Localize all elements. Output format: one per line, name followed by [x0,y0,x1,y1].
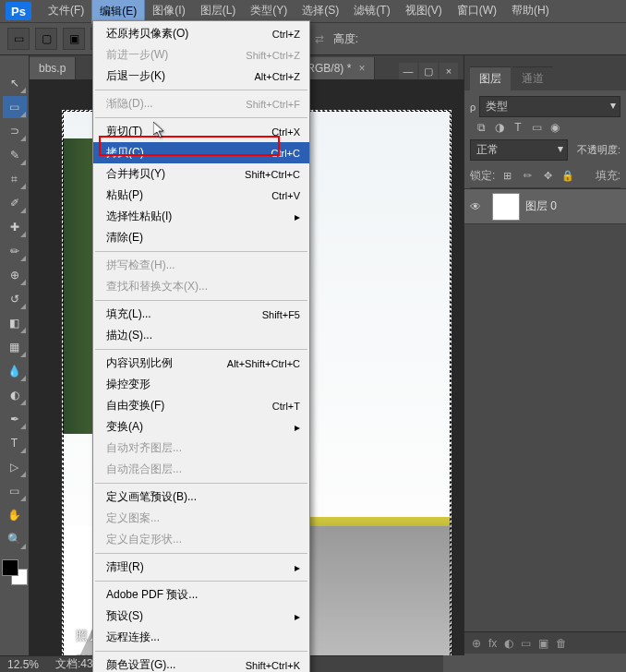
menu-item[interactable]: 拷贝(C)Ctrl+C [93,142,309,163]
layer-name[interactable]: 图层 0 [525,198,626,214]
menu-item[interactable]: 粘贴(P)Ctrl+V [93,185,309,206]
zoom-level[interactable]: 12.5% [7,658,39,671]
filter-adjust-icon[interactable]: ◑ [492,121,507,134]
close-icon[interactable]: × [358,62,365,75]
menu-item-8[interactable]: 窗口(W) [450,0,504,24]
menu-item-shortcut: Alt+Shift+Ctrl+C [227,358,300,369]
layer-thumbnail[interactable] [492,193,520,221]
menu-item-shortcut: Shift+Ctrl+C [245,169,300,180]
stamp-tool[interactable]: ⊕ [3,264,27,286]
brush-tool[interactable]: ✏ [3,240,27,262]
menu-item[interactable]: 合并拷贝(Y)Shift+Ctrl+C [93,163,309,185]
menu-item-label: 定义图案... [106,510,300,526]
filter-smart-icon[interactable]: ◉ [548,121,562,134]
menu-item[interactable]: Adobe PDF 预设... [93,584,309,606]
menu-item[interactable]: 清理(R)▸ [93,557,309,578]
lock-all-icon[interactable]: 🔒 [560,170,576,182]
layer-mask-icon[interactable]: ◐ [504,637,513,650]
menu-item[interactable]: 剪切(T)Ctrl+X [93,121,309,142]
menu-separator [95,251,307,252]
eyedropper-tool[interactable]: ✐ [3,192,27,214]
eraser-tool[interactable]: ◧ [3,312,27,334]
color-swatches[interactable] [2,559,28,585]
menu-item-0[interactable]: 文件(F) [41,0,91,24]
menu-item: 定义图案... [93,508,309,529]
filter-pixel-icon[interactable]: ⧉ [474,121,488,134]
lock-transparent-icon[interactable]: ⊞ [499,170,515,182]
maximize-window-button[interactable]: ▢ [419,63,438,79]
link-layers-icon[interactable]: ⊕ [472,637,481,650]
menu-separator [95,483,307,484]
app-logo: Ps [6,2,31,20]
layer-item[interactable]: 👁 图层 0 [464,189,626,224]
healing-tool[interactable]: ✚ [3,216,27,238]
menu-item[interactable]: 填充(L)...Shift+F5 [93,304,309,325]
menu-item-label: 自由变换(F) [106,398,272,414]
menu-item[interactable]: 后退一步(K)Alt+Ctrl+Z [93,66,309,87]
layer-style-icon[interactable]: fx [488,637,497,650]
tool-preset-button[interactable]: ▭ [7,28,30,50]
filter-type-icon[interactable]: T [511,121,525,134]
delete-layer-icon[interactable]: 🗑 [556,637,567,650]
menu-item[interactable]: 自由变换(F)Ctrl+T [93,395,309,416]
menu-item[interactable]: 选择性粘贴(I)▸ [93,206,309,227]
new-group-icon[interactable]: ▭ [521,637,531,650]
gradient-tool[interactable]: ▦ [3,336,27,358]
menu-separator [95,300,307,301]
blur-tool[interactable]: 💧 [3,360,27,382]
menu-item-label: 清理(R) [106,559,295,575]
menubar: Ps 文件(F)编辑(E)图像(I)图层(L)类型(Y)选择(S)滤镜(T)视图… [0,0,626,22]
menu-item-label: 自动混合图层... [106,462,300,477]
marquee-tool[interactable]: ▭ [3,96,27,118]
menu-item[interactable]: 定义画笔预设(B)... [93,486,309,508]
submenu-arrow-icon: ▸ [295,610,300,623]
quick-select-tool[interactable]: ✎ [3,144,27,166]
layers-tab[interactable]: 图层 [470,66,511,90]
crop-tool[interactable]: ⌗ [3,168,27,190]
hand-tool[interactable]: ✋ [3,504,27,526]
menu-item[interactable]: 清除(E) [93,227,309,248]
lasso-tool[interactable]: ⊃ [3,120,27,142]
blend-mode-dropdown[interactable]: 正常 [470,139,568,161]
menu-item-6[interactable]: 滤镜(T) [346,0,397,24]
menu-item[interactable]: 内容识别比例Alt+Shift+Ctrl+C [93,353,309,374]
menu-item[interactable]: 远程连接... [93,627,309,648]
menu-item-label: 自动对齐图层... [106,440,300,456]
submenu-arrow-icon: ▸ [295,210,300,223]
layer-filter-dropdown[interactable]: 类型 [479,96,620,117]
new-selection-button[interactable]: ▢ [35,28,57,50]
menu-item[interactable]: 还原拷贝像素(O)Ctrl+Z [93,23,309,44]
new-layer-icon[interactable]: ▣ [538,637,548,650]
menu-item-label: Adobe PDF 预设... [106,587,300,603]
menu-item[interactable]: 变换(A)▸ [93,416,309,438]
document-tab-1[interactable]: bbs.p [30,57,76,79]
menu-item[interactable]: 描边(S)... [93,325,309,346]
close-window-button[interactable]: × [439,63,458,79]
menu-item[interactable]: 颜色设置(G)...Shift+Ctrl+K [93,654,309,672]
menu-item-9[interactable]: 帮助(H) [504,0,557,24]
filter-shape-icon[interactable]: ▭ [529,121,544,134]
path-select-tool[interactable]: ▷ [3,456,27,478]
move-tool[interactable]: ↖ [3,72,27,94]
shape-tool[interactable]: ▭ [3,480,27,502]
menu-item-label: 还原拷贝像素(O) [106,26,272,42]
menu-item[interactable]: 预设(S)▸ [93,606,309,627]
channels-tab[interactable]: 通道 [512,66,553,90]
menu-item-shortcut: Shift+F5 [262,309,300,320]
pen-tool[interactable]: ✒ [3,408,27,430]
lock-position-icon[interactable]: ✥ [539,170,556,182]
add-selection-button[interactable]: ▣ [63,28,85,50]
visibility-toggle[interactable]: 👁 [464,200,487,213]
zoom-tool[interactable]: 🔍 [3,528,27,550]
foreground-swatch[interactable] [2,559,18,576]
dodge-tool[interactable]: ◐ [3,384,27,406]
history-brush-tool[interactable]: ↺ [3,288,27,310]
minimize-window-button[interactable]: — [399,63,417,79]
menu-item[interactable]: 操控变形 [93,374,309,395]
menu-item-shortcut: Shift+Ctrl+Z [246,50,300,61]
lock-pixels-icon[interactable]: ✏ [519,170,536,182]
menu-item-7[interactable]: 视图(V) [398,0,450,24]
menu-item-shortcut: Ctrl+C [271,148,300,159]
type-tool[interactable]: T [3,432,27,454]
menu-separator [95,553,307,554]
